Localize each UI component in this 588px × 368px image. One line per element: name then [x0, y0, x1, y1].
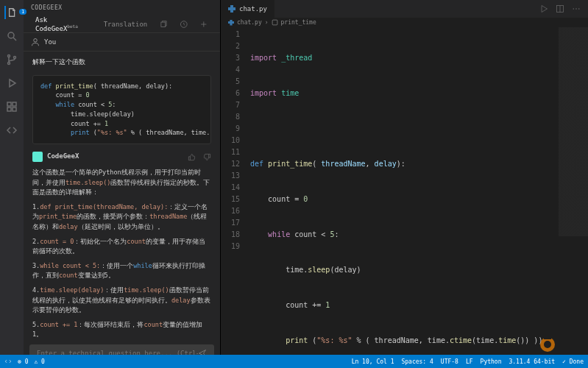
you-label: You — [44, 38, 56, 46]
svg-point-10 — [34, 39, 38, 43]
svg-point-1 — [8, 55, 10, 57]
watermark-icon — [536, 331, 581, 353]
svg-point-3 — [14, 57, 16, 59]
search-icon[interactable] — [5, 29, 18, 43]
python-icon — [228, 20, 234, 26]
status-ln[interactable]: Ln 10, Col 1 — [352, 358, 394, 365]
remote-icon[interactable] — [4, 358, 12, 365]
minimap[interactable] — [559, 27, 588, 368]
codegeex-icon[interactable] — [5, 124, 18, 137]
more-icon[interactable] — [572, 4, 581, 13]
svg-rect-4 — [7, 102, 11, 106]
code-lines[interactable]: import _thread import time def print_tim… — [247, 27, 588, 368]
branch-icon[interactable] — [5, 53, 18, 66]
debug-icon[interactable] — [5, 77, 18, 90]
svg-point-14 — [578, 8, 580, 10]
svg-point-0 — [8, 32, 14, 38]
svg-rect-15 — [272, 20, 277, 25]
sidebar-tabs: Ask CodeGeeXbeta Translation — [24, 15, 220, 33]
assistant-logo-icon — [32, 152, 43, 162]
like-icon[interactable] — [188, 153, 196, 161]
python-icon — [228, 5, 235, 13]
status-ver[interactable]: 3.11.4 64-bit — [509, 358, 555, 365]
tab-file[interactable]: chat.py — [221, 0, 275, 18]
tab-translation[interactable]: Translation — [98, 18, 154, 31]
user-icon — [31, 38, 40, 46]
svg-rect-8 — [161, 22, 166, 27]
code-block: def print_time( threadName, delay): coun… — [32, 75, 211, 145]
svg-point-17 — [544, 341, 551, 348]
badge: 1 — [19, 9, 26, 15]
status-enc[interactable]: UTF-8 — [441, 358, 458, 365]
user-prompt: 解释一下这个函数 — [32, 57, 211, 68]
status-eol[interactable]: LF — [466, 358, 473, 365]
activity-bar: 1 — [0, 0, 24, 368]
run-icon[interactable] — [539, 4, 548, 13]
svg-rect-7 — [13, 107, 16, 111]
svg-rect-18 — [544, 337, 551, 339]
status-bar: ⊗ 0 ⚠ 0 Ln 10, Col 1 Spaces: 4 UTF-8 LF … — [0, 355, 588, 368]
conversation: 解释一下这个函数 def print_time( threadName, del… — [24, 52, 220, 339]
editor-tabs: chat.py — [221, 0, 588, 18]
gutter: 12345678910111213141516171819 — [221, 27, 247, 368]
tab-label: chat.py — [239, 5, 267, 13]
explorer-icon[interactable]: 1 — [4, 6, 18, 19]
svg-rect-5 — [13, 102, 16, 106]
svg-point-13 — [575, 8, 577, 10]
dislike-icon[interactable] — [203, 153, 211, 161]
explanation: 这个函数是一个简单的Python线程示例，用于打印当前时间，并使用time.sl… — [32, 168, 211, 339]
assistant-row: CodeGeeX — [32, 152, 211, 162]
editor: chat.py chat.py› print_time 123456789101… — [221, 0, 588, 368]
svg-point-12 — [573, 8, 575, 10]
extensions-icon[interactable] — [5, 100, 18, 113]
status-spaces[interactable]: Spaces: 4 — [401, 358, 433, 365]
breadcrumb[interactable]: chat.py› print_time — [221, 18, 588, 27]
user-row: You — [24, 33, 220, 52]
history-icon[interactable] — [180, 20, 188, 29]
status-warnings[interactable]: ⚠ 0 — [34, 358, 44, 365]
add-icon[interactable] — [199, 20, 208, 29]
status-errors[interactable]: ⊗ 0 — [18, 358, 28, 365]
svg-point-2 — [8, 63, 10, 65]
symbol-icon — [272, 19, 278, 26]
sidebar: CODEGEEX Ask CodeGeeXbeta Translation Yo… — [24, 0, 221, 368]
split-icon[interactable] — [556, 4, 564, 13]
code-area[interactable]: 12345678910111213141516171819 import _th… — [221, 27, 588, 368]
status-done[interactable]: ✓ Done — [562, 358, 584, 365]
tab-ask[interactable]: Ask CodeGeeXbeta — [29, 13, 98, 35]
svg-rect-6 — [7, 107, 11, 111]
assistant-name: CodeGeeX — [47, 152, 183, 162]
status-lang[interactable]: Python — [481, 358, 502, 365]
copy-icon[interactable] — [159, 20, 168, 29]
